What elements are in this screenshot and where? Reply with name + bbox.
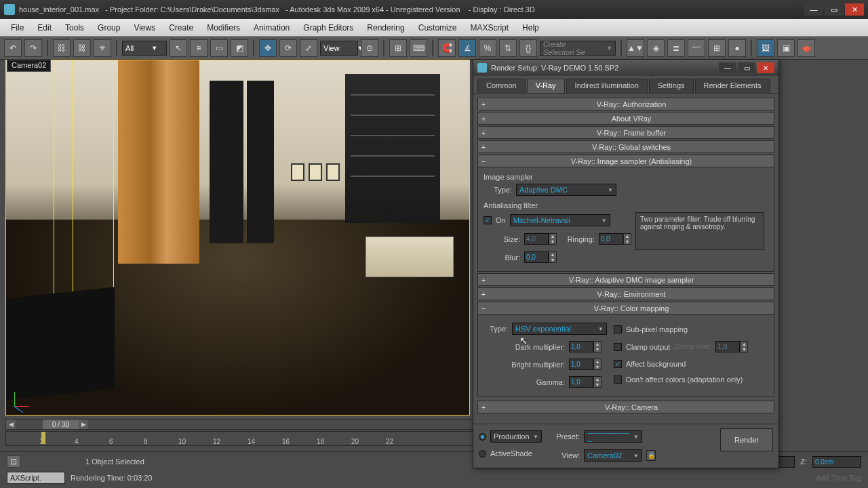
window-minimize-button[interactable]: — [804,3,823,16]
select-rotate-button[interactable]: ⟳ [279,39,297,57]
add-time-tag[interactable]: Add Time Tag [816,474,861,482]
named-selection-combo[interactable]: Create Selection Se▼ [540,41,616,56]
menu-file[interactable]: File [4,20,31,35]
angle-snap-button[interactable]: ∡ [458,39,476,57]
rollout-adaptive-dmc[interactable]: +V-Ray:: Adaptive DMC image sampler [477,273,774,286]
snap-toggle-button[interactable]: 🧲 [438,39,456,57]
tab-indirect-illumination[interactable]: Indirect illumination [566,79,648,93]
menu-views[interactable]: Views [127,20,162,35]
tab-vray[interactable]: V-Ray [527,79,565,93]
render-production-button[interactable]: 🫖 [797,39,815,57]
dialog-titlebar[interactable]: Render Setup: V-Ray DEMO 1.50.SP2 — ▭ ✕ [473,60,778,76]
pivot-center-button[interactable]: ⊙ [361,39,378,57]
affect-bg-checkbox[interactable] [614,360,622,368]
aa-on-checkbox[interactable] [484,216,492,224]
edit-named-sel-button[interactable]: {} [519,39,537,57]
manipulate-button[interactable]: ⊞ [389,39,407,57]
link-button[interactable]: ⛓ [53,39,71,57]
bind-spacewarp-button[interactable]: ✳ [94,39,111,57]
activeshade-radio[interactable] [479,450,486,458]
curve-editor-button[interactable]: 〰 [688,39,705,57]
unlink-button[interactable]: ⛓̷ [73,39,91,57]
layer-manager-button[interactable]: ≣ [667,39,685,57]
select-by-name-button[interactable]: ≡ [190,39,208,57]
sampler-type-combo[interactable]: Adaptive DMC▼ [516,184,616,196]
time-next-icon[interactable]: ▶ [79,420,88,429]
percent-snap-button[interactable]: % [479,39,496,57]
aa-filter-combo[interactable]: Mitchell-Netravali▼ [510,214,610,226]
dialog-maximize-button[interactable]: ▭ [738,62,755,73]
size-spinner[interactable]: ▲▼ [524,233,557,245]
menu-create[interactable]: Create [162,20,200,35]
render-button[interactable]: Render [720,428,773,451]
selection-filter-combo[interactable]: All▼ [122,41,167,56]
mirror-button[interactable]: ▲▼ [627,39,644,57]
keyboard-shortcut-button[interactable]: ⌨ [410,39,427,57]
ringing-spinner[interactable]: ▲▼ [599,233,631,245]
menu-modifiers[interactable]: Modifiers [200,20,247,35]
set-key-filters-icon[interactable]: ⊡ [7,455,20,468]
preset-combo[interactable]: -------------------▼ [584,430,642,443]
command-panel[interactable] [785,119,868,380]
select-scale-button[interactable]: ⤢ [300,39,317,57]
rollout-global-switches[interactable]: +V-Ray:: Global switches [477,140,774,153]
cm-type-combo[interactable]: HSV exponential▼ [512,323,607,335]
rollout-image-sampler[interactable]: −V-Ray:: Image sampler (Antialiasing) [477,155,774,167]
align-button[interactable]: ◈ [647,39,665,57]
viewport[interactable] [5,60,470,415]
blur-spinner[interactable]: ▲▼ [524,251,557,263]
time-marker[interactable] [41,432,45,444]
menu-group[interactable]: Group [91,20,127,35]
rollout-frame-buffer[interactable]: +V-Ray:: Frame buffer [477,126,774,139]
tab-common[interactable]: Common [477,79,526,93]
rollout-camera[interactable]: +V-Ray:: Camera [477,401,774,413]
dialog-minimize-button[interactable]: — [719,62,736,73]
material-editor-button[interactable]: ● [728,39,746,57]
rollout-about[interactable]: +About VRay [477,112,774,125]
bright-mult-spinner[interactable]: ▲▼ [569,359,601,370]
dialog-body[interactable]: +V-Ray:: Authorization +About VRay +V-Ra… [473,94,778,424]
undo-button[interactable]: ↶ [4,39,22,57]
rollout-environment[interactable]: +V-Ray:: Environment [477,287,774,300]
gamma-spinner[interactable]: ▲▼ [569,376,601,388]
render-setup-button[interactable]: 🖼 [757,39,774,57]
time-prev-icon[interactable]: ◀ [6,420,16,429]
window-close-button[interactable]: ✕ [845,3,864,16]
menu-maxscript[interactable]: MAXScript [463,20,515,35]
dialog-close-button[interactable]: ✕ [757,62,774,73]
production-combo[interactable]: Production▼ [490,430,542,443]
production-radio[interactable] [479,433,486,441]
time-ruler[interactable]: 246810121416182022 [5,431,481,446]
rollout-authorization[interactable]: +V-Ray:: Authorization [477,98,774,110]
view-combo[interactable]: Camera02▼ [584,449,642,462]
time-current[interactable]: 0 / 30 [43,420,79,429]
time-slider[interactable]: ◀ 0 / 30 ▶ [5,419,481,430]
rendered-frame-button[interactable]: ▣ [777,39,795,57]
schematic-view-button[interactable]: ⊞ [708,39,726,57]
menu-help[interactable]: Help [515,20,546,35]
select-move-button[interactable]: ✥ [259,39,277,57]
tab-settings[interactable]: Settings [649,79,694,93]
menu-rendering[interactable]: Rendering [360,20,411,35]
menu-graph-editors[interactable]: Graph Editors [296,20,360,35]
menu-tools[interactable]: Tools [58,20,91,35]
rollout-color-mapping[interactable]: −V-Ray:: Color mapping [477,302,774,314]
menu-edit[interactable]: Edit [31,20,58,35]
maxscript-listener-input[interactable] [7,472,65,484]
dont-affect-checkbox[interactable] [614,375,622,384]
redo-button[interactable]: ↷ [24,39,42,57]
dark-mult-spinner[interactable]: ▲▼ [569,341,601,352]
window-crossing-button[interactable]: ◩ [231,39,248,57]
menu-customize[interactable]: Customize [412,20,464,35]
tab-render-elements[interactable]: Render Elements [695,79,770,93]
subpixel-checkbox[interactable] [614,325,622,333]
window-maximize-button[interactable]: ▭ [825,3,844,16]
select-object-button[interactable]: ↖ [170,39,187,57]
menu-animation[interactable]: Animation [247,20,296,35]
viewport-label[interactable]: Camera02 [7,60,51,72]
ref-coord-combo[interactable]: View▼ [320,41,358,56]
select-region-button[interactable]: ▭ [210,39,228,57]
view-lock-icon[interactable]: 🔒 [646,450,656,461]
clamp-checkbox[interactable] [614,343,622,351]
spinner-snap-button[interactable]: ⇅ [499,39,517,57]
